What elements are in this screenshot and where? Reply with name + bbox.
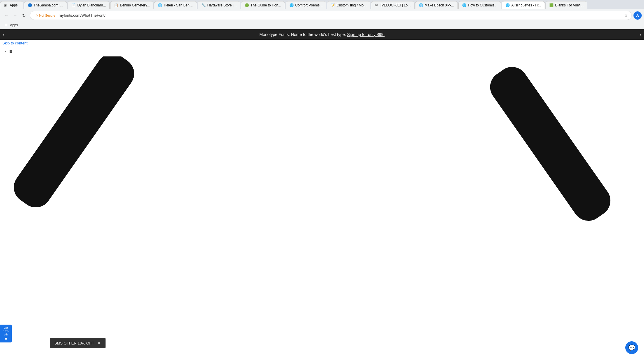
tab-9[interactable]: ✉ [VELOCI-JET] Lo... [371, 1, 415, 9]
tab-label-12: Allsilhouettes - Fr... [511, 3, 541, 7]
bookmark-apps-label: Apps [10, 23, 18, 27]
url-text: myfonts.com/WhatTheFont/ [59, 13, 106, 18]
forward-button[interactable]: → [11, 11, 19, 20]
svg-rect-0 [8, 56, 140, 213]
tab-2[interactable]: 📄 Dylan Blanchard... [68, 1, 110, 9]
banner-signup-link[interactable]: Sign up for only $99. [347, 32, 384, 37]
tab-6[interactable]: 🟢 The Guide to Hon... [241, 1, 285, 9]
security-indicator: ⚠ Not Secure [34, 13, 57, 17]
banner-next-button[interactable]: › [639, 32, 641, 38]
tab-label-8: Customising / Mo... [336, 3, 367, 7]
chevron-display-area [0, 56, 644, 232]
main-nav-area: › ≡ [0, 46, 644, 56]
hamburger-icon: ≡ [9, 49, 13, 54]
bookmarks-bar: ⊞ Apps [0, 22, 644, 29]
apps-bookmark-icon: ⊞ [5, 23, 9, 27]
tab-label-9: [VELOCI-JET] Lo... [381, 3, 411, 7]
tab-8[interactable]: 📝 Customising / Mo... [327, 1, 370, 9]
tab-label-3: Benino Cemetery... [120, 3, 150, 7]
tab-label-6: The Guide to Hon... [251, 3, 281, 7]
warning-icon: ⚠ [35, 13, 38, 17]
bookmark-apps[interactable]: ⊞ Apps [2, 23, 20, 28]
tab-label-13: Blanks For Vinyl... [555, 3, 583, 7]
chevron-v-shape [0, 56, 644, 232]
tab-label-5: Hardware Store j... [207, 3, 236, 7]
tab-12[interactable]: 🌐 Allsilhouettes - Fr... [502, 1, 545, 9]
hamburger-menu-button[interactable]: ≡ [9, 49, 13, 54]
refresh-button[interactable]: ↻ [20, 11, 28, 20]
address-bar[interactable]: ⚠ Not Secure myfonts.com/WhatTheFont/ ☆ [30, 11, 632, 20]
tab-label-10: Make Epson XP-... [425, 3, 454, 7]
tab-11[interactable]: 🌐 How to Customiz... [458, 1, 501, 9]
tab-label-7: Comfort Poems... [295, 3, 322, 7]
bookmark-star-icon[interactable]: ☆ [624, 13, 628, 18]
tab-4[interactable]: 🌐 Helen - San Beni... [154, 1, 197, 9]
nav-expand-button[interactable]: › [5, 49, 6, 54]
page-content: ‹ Monotype Fonts: Home to the world's be… [0, 29, 644, 232]
tab-7[interactable]: 🌐 Comfort Poems... [286, 1, 326, 9]
top-banner: ‹ Monotype Fonts: Home to the world's be… [0, 29, 644, 40]
nav-buttons: ← → ↻ [2, 11, 28, 20]
tab-favicon-apps: ⊞ [4, 3, 8, 7]
tab-label-4: Helen - San Beni... [164, 3, 193, 7]
banner-text: Monotype Fonts: Home to the world's best… [259, 32, 384, 37]
tab-3[interactable]: 📋 Benino Cemetery... [110, 1, 153, 9]
tab-label-1: TheSamba.com :... [34, 3, 63, 7]
back-button[interactable]: ← [2, 11, 11, 20]
tab-label-2: Dylan Blanchard... [77, 3, 106, 7]
tab-10[interactable]: 🌐 Make Epson XP-... [415, 1, 458, 9]
tabs-bar: ⊞ Apps 🔵 TheSamba.com :... 📄 Dylan Blanc… [0, 0, 644, 9]
banner-prev-button[interactable]: ‹ [3, 32, 5, 38]
tab-label-apps: Apps [10, 3, 18, 7]
skip-to-content-link[interactable]: Skip to content [0, 40, 644, 46]
tab-label-11: How to Customiz... [468, 3, 498, 7]
svg-rect-1 [484, 61, 617, 227]
right-chevron-icon: › [5, 49, 6, 54]
tab-5[interactable]: 🔧 Hardware Store j... [198, 1, 240, 9]
tab-1[interactable]: 🔵 TheSamba.com :... [24, 1, 67, 9]
browser-chrome: ⊞ Apps 🔵 TheSamba.com :... 📄 Dylan Blanc… [0, 0, 644, 29]
profile-button[interactable]: A [633, 11, 642, 20]
tab-13[interactable]: 🟩 Blanks For Vinyl... [545, 1, 587, 9]
tab-apps[interactable]: ⊞ Apps [0, 1, 23, 9]
browser-toolbar: ← → ↻ ⚠ Not Secure myfonts.com/WhatTheFo… [0, 9, 644, 22]
